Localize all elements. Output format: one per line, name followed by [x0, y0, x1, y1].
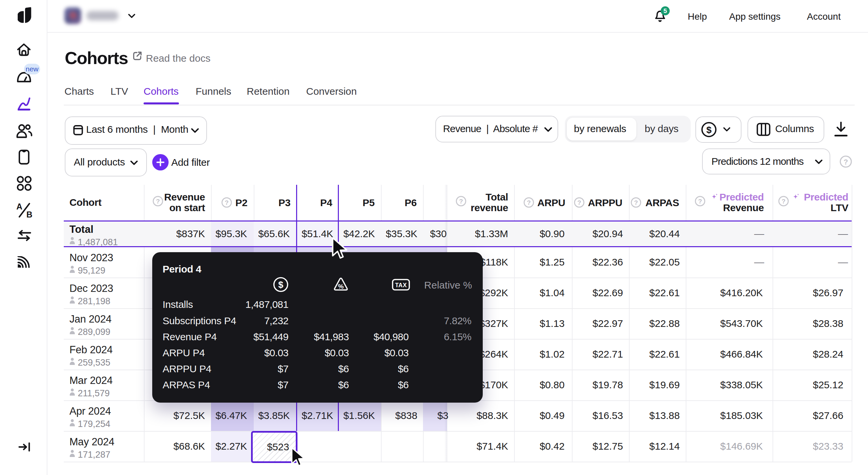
svg-text:A: A: [17, 203, 22, 211]
svg-text:?: ?: [225, 199, 229, 206]
svg-text:$: $: [278, 280, 283, 290]
svg-text:%: %: [338, 283, 344, 290]
svg-text:?: ?: [459, 198, 463, 205]
svg-text:$: $: [706, 125, 712, 135]
svg-text:?: ?: [844, 158, 848, 166]
svg-text:?: ?: [156, 198, 160, 205]
svg-text:?: ?: [577, 199, 581, 206]
svg-text:?: ?: [698, 198, 702, 205]
svg-text:B: B: [26, 210, 32, 218]
svg-text:?: ?: [527, 199, 531, 206]
svg-text:?: ?: [781, 198, 785, 205]
svg-text:?: ?: [634, 199, 638, 206]
